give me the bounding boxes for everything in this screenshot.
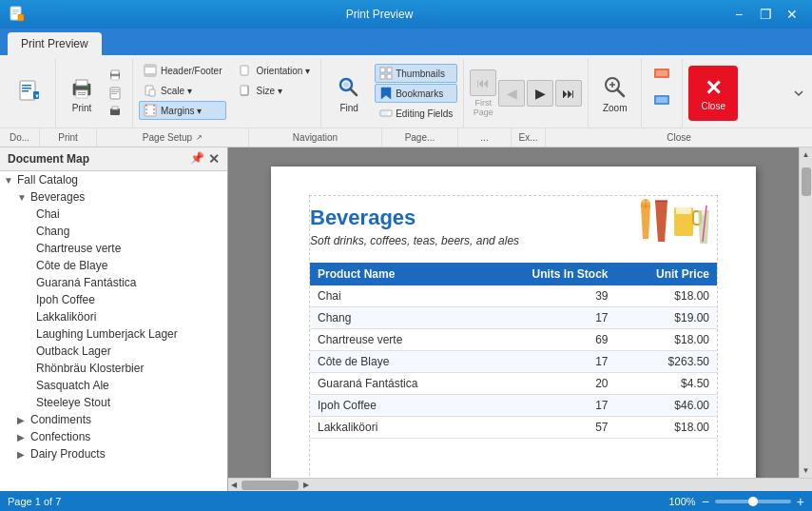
page-setup-button[interactable] bbox=[104, 85, 126, 102]
do-button[interactable]: ▼ bbox=[10, 66, 49, 121]
tree-item-chartreuse[interactable]: Chartreuse verte bbox=[0, 240, 227, 257]
ribbon-label-pages[interactable]: Page... bbox=[382, 128, 458, 147]
svg-rect-1 bbox=[12, 10, 19, 10]
ribbon-label-page-setup[interactable]: Page Setup ↗ bbox=[97, 128, 249, 147]
tree-item-ipoh[interactable]: Ipoh Coffee bbox=[0, 291, 227, 308]
col-units-in-stock: Units In Stock bbox=[481, 263, 616, 285]
tree-outback-label: Outback Lager bbox=[34, 344, 111, 358]
zoom-minus-button[interactable]: − bbox=[702, 494, 709, 509]
scroll-right-arrow[interactable]: ▶ bbox=[300, 481, 312, 489]
thumbnails-button[interactable]: Thumbnails bbox=[375, 64, 457, 83]
print-button[interactable]: Print bbox=[62, 66, 102, 121]
zoom-button[interactable]: Zoom bbox=[595, 66, 635, 121]
page-setup-left: Header/Footer Scale ▾ Margins ▾ bbox=[139, 61, 226, 120]
tree-item-steeleye[interactable]: Steeleye Stout bbox=[0, 394, 227, 411]
ribbon-label-close[interactable]: Close bbox=[546, 128, 812, 147]
pages-group-label: Page... bbox=[405, 132, 435, 143]
tree-confections[interactable]: ▶ Confections bbox=[0, 428, 227, 445]
table-row: Lakkaliköori57$18.00 bbox=[310, 417, 717, 439]
ribbon-group-extra bbox=[642, 59, 683, 128]
tree-beverages[interactable]: ▼ Beverages bbox=[0, 188, 227, 206]
vertical-scrollbar[interactable]: ▲ ▼ bbox=[799, 147, 812, 478]
first-page-button[interactable]: ⏮ bbox=[470, 69, 496, 96]
cell-units-stock: 20 bbox=[481, 373, 616, 395]
tree-item-rhon[interactable]: Rhönbräu Klosterbier bbox=[0, 360, 227, 377]
do-icon: ▼ bbox=[16, 78, 43, 109]
svg-rect-35 bbox=[241, 66, 248, 75]
ribbon-label-zoom[interactable]: ... bbox=[458, 128, 512, 147]
preview-area[interactable]: Beverages Soft drinks, coffees, teas, be… bbox=[228, 147, 799, 478]
document-map-close[interactable]: ✕ bbox=[208, 151, 220, 167]
print-sub-buttons bbox=[104, 67, 126, 120]
tree-condiments[interactable]: ▶ Condiments bbox=[0, 411, 227, 428]
tree-laughing-label: Laughing Lumberjack Lager bbox=[34, 327, 178, 341]
tree-item-chang[interactable]: Chang bbox=[0, 223, 227, 240]
ribbon-label-navigation[interactable]: Navigation bbox=[249, 128, 382, 147]
window-close-button[interactable]: ✕ bbox=[780, 5, 804, 24]
editing-fields-button[interactable]: Editing Fields bbox=[375, 104, 457, 123]
document-map-pin[interactable]: 📌 bbox=[190, 151, 204, 167]
restore-button[interactable]: ❐ bbox=[753, 5, 778, 24]
tree-item-guarana[interactable]: Guaraná Fantástica bbox=[0, 274, 227, 291]
tree-item-outback[interactable]: Outback Lager bbox=[0, 343, 227, 360]
prev-page-button[interactable]: ◀ bbox=[498, 80, 525, 107]
svg-rect-22 bbox=[111, 91, 119, 92]
tree-item-cote[interactable]: Côte de Blaye bbox=[0, 257, 227, 274]
zoom-level: 100% bbox=[668, 496, 695, 507]
tree-item-laughing[interactable]: Laughing Lumberjack Lager bbox=[0, 325, 227, 343]
tree-item-lakka[interactable]: Lakkaliköori bbox=[0, 308, 227, 325]
tree-condiments-label: Condiments bbox=[29, 413, 91, 426]
h-scroll-thumb[interactable] bbox=[242, 481, 299, 490]
ribbon-group-do: ▼ bbox=[4, 59, 56, 128]
svg-rect-56 bbox=[656, 97, 667, 103]
bookmarks-button[interactable]: Bookmarks bbox=[375, 84, 457, 103]
zoom-slider-thumb[interactable] bbox=[748, 497, 758, 506]
last-page-button[interactable]: ⏭ bbox=[555, 80, 582, 107]
next-page-button[interactable]: ▶ bbox=[527, 80, 553, 107]
extra-btn2[interactable] bbox=[648, 88, 676, 112]
page-preview: Beverages Soft drinks, coffees, teas, be… bbox=[271, 167, 756, 478]
svg-rect-36 bbox=[241, 86, 248, 95]
header-footer-button[interactable]: Header/Footer bbox=[139, 61, 226, 80]
ribbon-label-extra[interactable]: Ex... bbox=[512, 128, 546, 147]
tree-item-chai[interactable]: Chai bbox=[0, 206, 227, 223]
orientation-button[interactable]: Orientation ▾ bbox=[234, 61, 315, 80]
zoom-group-label: ... bbox=[480, 132, 488, 143]
print-settings-button[interactable] bbox=[104, 103, 126, 120]
margins-button[interactable]: Margins ▾ bbox=[139, 101, 226, 120]
table-row: Côte de Blaye17$263.50 bbox=[310, 351, 717, 373]
scroll-down-arrow[interactable]: ▼ bbox=[800, 463, 812, 478]
tree-steeleye-label: Steeleye Stout bbox=[34, 396, 110, 409]
cell-product-name: Chang bbox=[310, 307, 481, 329]
print-preview-tab[interactable]: Print Preview bbox=[8, 32, 102, 55]
scale-label: Scale ▾ bbox=[161, 86, 192, 96]
zoom-plus-button[interactable]: + bbox=[797, 494, 804, 509]
tree-dairy[interactable]: ▶ Dairy Products bbox=[0, 445, 227, 462]
horizontal-scrollbar[interactable]: ◀ ▶ bbox=[228, 478, 812, 491]
tree-item-sasquatch[interactable]: Sasquatch Ale bbox=[0, 377, 227, 394]
cell-product-name: Côte de Blaye bbox=[310, 351, 481, 373]
minimize-button[interactable]: − bbox=[726, 5, 751, 24]
ribbon-label-print[interactable]: Print bbox=[40, 128, 97, 147]
size-button[interactable]: Size ▾ bbox=[234, 81, 315, 100]
section-subtitle: Soft drinks, coffees, teas, beers, and a… bbox=[310, 234, 519, 247]
ribbon-collapse-button[interactable] bbox=[793, 59, 808, 128]
zoom-slider[interactable] bbox=[715, 500, 791, 503]
quick-print-button[interactable] bbox=[104, 67, 126, 84]
scroll-left-arrow[interactable]: ◀ bbox=[228, 481, 240, 489]
tree-root[interactable]: ▼ Fall Catalog bbox=[0, 171, 227, 188]
cell-unit-price: $19.00 bbox=[615, 307, 717, 329]
scroll-thumb[interactable] bbox=[802, 167, 811, 196]
extra-btn1[interactable] bbox=[648, 61, 676, 86]
thumbnails-label: Thumbnails bbox=[396, 69, 445, 79]
svg-marker-59 bbox=[655, 201, 667, 242]
svg-rect-44 bbox=[380, 74, 385, 79]
scroll-up-arrow[interactable]: ▲ bbox=[800, 147, 812, 162]
table-row: Chartreuse verte69$18.00 bbox=[310, 329, 717, 351]
find-button[interactable]: Find bbox=[327, 66, 371, 121]
scale-button[interactable]: Scale ▾ bbox=[139, 81, 226, 100]
cell-unit-price: $263.50 bbox=[615, 351, 717, 373]
cell-units-stock: 17 bbox=[481, 307, 616, 329]
ribbon-label-do[interactable]: Do... bbox=[0, 128, 40, 147]
close-preview-button[interactable]: ✕ Close bbox=[688, 66, 738, 121]
